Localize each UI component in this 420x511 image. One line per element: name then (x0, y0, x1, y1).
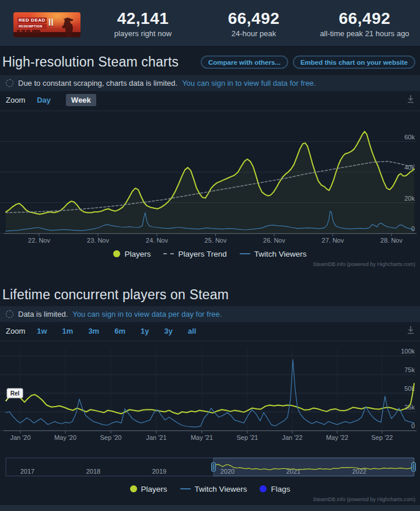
legend-label: Twitch Viewers (254, 250, 307, 258)
loading-circle-icon (6, 310, 13, 318)
svg-text:25. Nov: 25. Nov (205, 237, 227, 244)
twitch-marker-icon (180, 488, 191, 489)
players-week-chart[interactable]: 020k40k60k22. Nov23. Nov24. Nov25. Nov26… (0, 108, 420, 244)
zoom-option-day[interactable]: Day (37, 96, 51, 104)
players-marker-icon (130, 485, 137, 492)
stat-24h-peak: 66,492 24-hour peak (198, 0, 309, 47)
legend-label: Players (141, 485, 167, 494)
zoom-option-all[interactable]: all (188, 327, 196, 335)
section-lifetime: Lifetime concurrent players on Steam Dat… (0, 270, 420, 505)
stat-label: all-time peak 21 hours ago (320, 29, 409, 38)
legend-label: Flags (271, 485, 290, 494)
legend-item-twitch-viewers[interactable]: Twitch Viewers (180, 485, 247, 494)
stat-current-players: 42,141 players right now (88, 0, 198, 47)
section-title: Lifetime concurrent players on Steam (2, 287, 229, 303)
legend-item-players-trend[interactable]: Players Trend (163, 250, 226, 258)
download-icon[interactable] (406, 93, 415, 105)
stats-row: 42,141 players right now 66,492 24-hour … (88, 0, 420, 47)
data-limited-notice: Data is limited. You can sign in to view… (0, 306, 420, 322)
legend-label: Twitch Viewers (195, 485, 247, 494)
svg-text:Sep '21: Sep '21 (237, 434, 258, 441)
legend-item-twitch-viewers[interactable]: Twitch Viewers (240, 250, 307, 258)
logo-numeral: II (48, 18, 54, 27)
sign-in-link[interactable]: You can sign in to view full data for fr… (182, 79, 316, 88)
svg-text:22. Nov: 22. Nov (28, 237, 50, 244)
zoom-option-1m[interactable]: 1m (62, 327, 74, 335)
svg-text:75k: 75k (404, 366, 415, 373)
twitch-marker-icon (240, 253, 250, 254)
svg-text:100k: 100k (401, 348, 415, 355)
svg-text:27. Nov: 27. Nov (322, 237, 344, 244)
chart-top-border (0, 341, 420, 341)
notice-text: Data is limited. (18, 310, 68, 318)
zoom-label: Zoom (6, 96, 25, 104)
sign-in-link[interactable]: You can sign in to view data per day for… (72, 310, 222, 318)
section-steam-charts: High-resolution Steam charts Compare wit… (0, 47, 420, 270)
stat-label: 24-hour peak (232, 29, 276, 38)
chart-zoom-controls: Zoom Day Week (0, 91, 420, 108)
legend-label: Players Trend (178, 250, 226, 258)
svg-text:2020: 2020 (220, 468, 235, 475)
notice-text: Due to constant scraping, charts data is… (18, 79, 177, 88)
highcharts-credit-link[interactable]: SteamDB.info (powered by Highcharts.com) (0, 496, 420, 505)
lifetime-zoom-controls: Zoom 1w 1m 3m 6m 1y 3y all (0, 322, 420, 340)
game-stats-header: RED DEAD REDEMPTION II 42,141 players ri… (0, 0, 420, 47)
legend-item-players[interactable]: Players (130, 485, 167, 494)
svg-text:2019: 2019 (152, 468, 166, 475)
zoom-option-1w[interactable]: 1w (37, 327, 47, 335)
chart-legend: Players Players Trend Twitch Viewers (0, 247, 420, 260)
banner-art-figures (17, 30, 40, 34)
stat-alltime-peak: 66,492 all-time peak 21 hours ago (309, 0, 420, 47)
embed-chart-button[interactable]: Embed this chart on your website (293, 55, 415, 69)
svg-text:28. Nov: 28. Nov (380, 237, 402, 244)
zoom-option-3y[interactable]: 3y (164, 327, 172, 335)
svg-text:26. Nov: 26. Nov (263, 237, 285, 244)
players-marker-icon (113, 250, 120, 257)
steamdb-app-page: RED DEAD REDEMPTION II 42,141 players ri… (0, 0, 420, 511)
svg-text:Jan '20: Jan '20 (10, 434, 30, 441)
loading-circle-icon (6, 79, 13, 87)
logo-line1: RED DEAD (18, 18, 47, 23)
stat-value: 66,492 (339, 10, 391, 27)
stat-label: players right now (114, 29, 172, 38)
cowboy-silhouette (56, 14, 79, 37)
svg-text:60k: 60k (404, 134, 415, 141)
legend-item-flags[interactable]: Flags (260, 485, 290, 494)
trend-marker-icon (163, 253, 174, 254)
svg-text:23. Nov: 23. Nov (87, 237, 109, 244)
rdr2-logo: RED DEAD REDEMPTION II (18, 18, 54, 29)
flags-marker-icon (260, 485, 267, 492)
svg-text:2017: 2017 (20, 468, 34, 475)
game-banner[interactable]: RED DEAD REDEMPTION II (13, 12, 80, 37)
stat-value: 66,492 (228, 10, 280, 27)
highcharts-credit-link[interactable]: SteamDB.info (powered by Highcharts.com) (0, 261, 420, 270)
svg-text:May '22: May '22 (326, 434, 348, 441)
legend-label: Players (124, 250, 150, 258)
zoom-option-1y[interactable]: 1y (141, 327, 149, 335)
svg-text:Rel: Rel (10, 390, 20, 397)
svg-text:Jan '22: Jan '22 (282, 434, 302, 441)
svg-text:May '20: May '20 (54, 434, 76, 441)
zoom-option-3m[interactable]: 3m (88, 327, 99, 335)
download-icon[interactable] (406, 324, 415, 336)
zoom-option-week[interactable]: Week (66, 94, 96, 106)
zoom-label: Zoom (6, 327, 25, 335)
svg-text:2018: 2018 (86, 468, 100, 475)
legend-item-players[interactable]: Players (113, 250, 150, 258)
charts-limited-notice: Due to constant scraping, charts data is… (0, 75, 420, 91)
chart-range-navigator[interactable]: 201720182019202020212022 (0, 457, 420, 477)
zoom-option-6m[interactable]: 6m (114, 327, 125, 335)
logo-line2: REDEMPTION (18, 24, 47, 29)
svg-text:24. Nov: 24. Nov (146, 237, 168, 244)
svg-text:Sep '20: Sep '20 (100, 434, 122, 441)
section-title: High-resolution Steam charts (2, 54, 178, 70)
compare-with-others-button[interactable]: Compare with others... (201, 55, 288, 69)
stat-value: 42,141 (117, 10, 169, 27)
svg-text:Sep '22: Sep '22 (372, 434, 393, 441)
svg-text:May '21: May '21 (191, 434, 213, 441)
lifetime-players-chart[interactable]: 025k50k75k100kJan '20May '20Sep '20Jan '… (0, 343, 420, 448)
chart-legend: Players Twitch Viewers Flags (0, 482, 420, 495)
next-section-edge (0, 505, 420, 511)
svg-text:Jan '21: Jan '21 (146, 434, 166, 441)
